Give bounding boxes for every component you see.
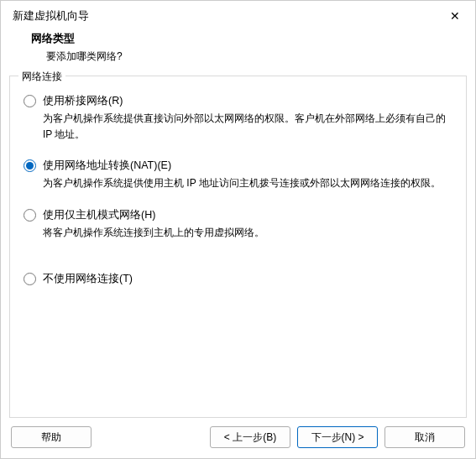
radio-hostonly[interactable] (24, 209, 36, 222)
window-title: 新建虚拟机向导 (13, 9, 89, 23)
content-area: 网络连接 使用桥接网络(R) 为客户机操作系统提供直接访问外部以太网网络的权限。… (1, 76, 475, 418)
option-nat-desc: 为客户机操作系统提供使用主机 IP 地址访问主机拨号连接或外部以太网网络连接的权… (43, 175, 446, 191)
back-button[interactable]: < 上一步(B) (210, 426, 290, 448)
new-vm-wizard-dialog: 新建虚拟机向导 ✕ 网络类型 要添加哪类网络? 网络连接 使用桥接网络(R) 为… (0, 0, 476, 459)
titlebar: 新建虚拟机向导 ✕ (1, 1, 475, 28)
option-bridged-label: 使用桥接网络(R) (43, 94, 123, 108)
cancel-button[interactable]: 取消 (384, 426, 465, 448)
option-hostonly[interactable]: 使用仅主机模式网络(H) 将客户机操作系统连接到主机上的专用虚拟网络。 (24, 208, 452, 241)
network-connection-group: 网络连接 使用桥接网络(R) 为客户机操作系统提供直接访问外部以太网网络的权限。… (9, 76, 467, 418)
option-hostonly-desc: 将客户机操作系统连接到主机上的专用虚拟网络。 (43, 225, 446, 241)
option-hostonly-label: 使用仅主机模式网络(H) (43, 208, 155, 222)
wizard-header: 网络类型 要添加哪类网络? (1, 28, 475, 76)
option-bridged[interactable]: 使用桥接网络(R) 为客户机操作系统提供直接访问外部以太网网络的权限。客户机在外… (24, 94, 452, 142)
option-none-label: 不使用网络连接(T) (43, 272, 133, 286)
radio-nat[interactable] (24, 159, 36, 172)
radio-bridged[interactable] (24, 95, 36, 107)
option-none[interactable]: 不使用网络连接(T) (24, 272, 452, 286)
option-bridged-desc: 为客户机操作系统提供直接访问外部以太网网络的权限。客户机在外部网络上必须有自己的… (43, 111, 446, 142)
wizard-footer: 帮助 < 上一步(B) 下一步(N) > 取消 (1, 418, 475, 458)
group-legend: 网络连接 (18, 70, 65, 84)
network-options: 使用桥接网络(R) 为客户机操作系统提供直接访问外部以太网网络的权限。客户机在外… (24, 94, 452, 286)
option-nat-label: 使用网络地址转换(NAT)(E) (43, 159, 171, 173)
page-heading: 网络类型 (31, 31, 463, 46)
option-nat[interactable]: 使用网络地址转换(NAT)(E) 为客户机操作系统提供使用主机 IP 地址访问主… (24, 159, 452, 191)
page-subheading: 要添加哪类网络? (31, 50, 463, 64)
radio-none[interactable] (24, 273, 36, 285)
next-button[interactable]: 下一步(N) > (297, 426, 378, 448)
help-button[interactable]: 帮助 (11, 426, 92, 448)
close-icon[interactable]: ✕ (443, 7, 467, 25)
